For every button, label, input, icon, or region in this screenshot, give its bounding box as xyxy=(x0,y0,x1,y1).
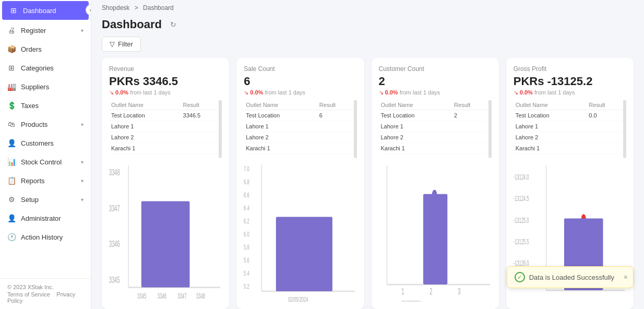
sidebar-item-dashboard[interactable]: ⊞ Dashboard xyxy=(2,1,89,20)
table-row: Karachi 1 xyxy=(514,143,626,154)
table-row: Lahore 1 xyxy=(244,121,356,132)
change-pct: 0.0% xyxy=(520,89,533,96)
filter-button[interactable]: ▽ Filter xyxy=(102,37,141,52)
customers-icon: 👤 xyxy=(7,139,16,147)
table-row: Lahore 2 xyxy=(379,132,492,143)
card-label: Gross Profit xyxy=(514,65,626,73)
orders-icon: 📦 xyxy=(7,45,16,53)
svg-text:1: 1 xyxy=(401,287,404,296)
sidebar-item-action-history[interactable]: 🕐 Action History xyxy=(0,228,91,246)
svg-text:5.2: 5.2 xyxy=(244,283,249,290)
table-row: Karachi 1 xyxy=(379,143,492,154)
svg-text:3347: 3347 xyxy=(177,292,186,300)
table-scrollbar[interactable] xyxy=(623,100,626,123)
copyright-text: © 2023 XStak Inc. xyxy=(7,284,84,290)
sidebar-item-customers[interactable]: 👤 Customers xyxy=(0,134,91,152)
card-table-wrap: Outlet Name Result Test Location2 Lahore… xyxy=(379,100,492,158)
sidebar-item-reports[interactable]: 📋 Reports ▾ xyxy=(0,171,91,190)
svg-rect-27 xyxy=(423,194,447,284)
table-scrollbar[interactable] xyxy=(488,100,492,123)
outlet-table: Outlet Name Result Test Location3346.5 L… xyxy=(109,100,222,154)
svg-text:-13125.5: -13125.5 xyxy=(514,238,529,246)
svg-text:-13125.0: -13125.0 xyxy=(514,216,529,224)
suppliers-icon: 🏭 xyxy=(7,82,16,91)
col-outlet: Outlet Name xyxy=(109,100,181,110)
col-result: Result xyxy=(587,100,626,110)
revenue-chart: 3348 3347 3346 3345 3345 3346 3347 3348 xyxy=(109,158,222,302)
sidebar-item-label: Taxes xyxy=(21,102,39,110)
toast-success-icon: ✓ xyxy=(515,272,525,282)
card-change: ↘ 0.0% from last 1 days xyxy=(109,89,222,96)
card-chart: 7.0 6.8 6.6 6.4 6.2 6.0 5.8 5.6 5.4 5.2 xyxy=(244,158,356,302)
sidebar-item-label: Customers xyxy=(21,139,54,147)
svg-text:02/05/2024: 02/05/2024 xyxy=(288,296,308,302)
table-row: Karachi 1 xyxy=(109,143,222,154)
sidebar-item-categories[interactable]: ⊞ Categories xyxy=(0,58,91,77)
svg-point-28 xyxy=(432,190,436,199)
refresh-button[interactable]: ↻ xyxy=(167,18,180,31)
sidebar: ‹› ⊞ Dashboard 🖨 Register ▾ 📦 Orders ⊞ C… xyxy=(0,0,91,309)
reports-icon: 📋 xyxy=(7,176,16,185)
page-title: Dashboard xyxy=(102,18,162,31)
svg-text:-13124.0: -13124.0 xyxy=(514,173,529,181)
outlet-table: Outlet Name Result Test Location2 Lahore… xyxy=(379,100,492,154)
sidebar-item-label: Categories xyxy=(21,64,54,72)
toolbar: ▽ Filter xyxy=(91,37,644,58)
sidebar-item-label: Action History xyxy=(21,233,63,241)
svg-text:3345: 3345 xyxy=(109,275,120,284)
sidebar-item-label: Products xyxy=(21,121,47,128)
card-value: 2 xyxy=(379,75,492,88)
table-row: Lahore 1 xyxy=(379,121,492,132)
card-value: PKRs -13125.2 xyxy=(514,75,626,88)
filter-label: Filter xyxy=(118,40,133,48)
table-row: Lahore 2 xyxy=(109,132,222,143)
trend-arrow: ↘ xyxy=(244,89,248,96)
sidebar-item-label: Suppliers xyxy=(21,83,49,91)
admin-icon: 👤 xyxy=(7,214,16,222)
card-label: Revenue xyxy=(109,65,222,73)
card-change: ↘ 0.0% from last 1 days xyxy=(379,89,492,96)
sidebar-item-label: Orders xyxy=(21,45,42,53)
breadcrumb-current: Dashboard xyxy=(143,4,174,11)
svg-text:02/05/2024: 02/05/2024 xyxy=(401,300,422,302)
sidebar-item-products[interactable]: 🛍 Products ▾ xyxy=(0,115,91,134)
sidebar-item-stock-control[interactable]: 📊 Stock Control ▾ xyxy=(0,152,91,171)
svg-text:3: 3 xyxy=(458,287,460,296)
chevron-icon: ▾ xyxy=(81,159,84,165)
svg-text:5.6: 5.6 xyxy=(244,257,249,264)
chevron-icon: ▾ xyxy=(81,122,84,127)
col-result: Result xyxy=(317,100,357,110)
sidebar-item-administrator[interactable]: 👤 Administrator xyxy=(0,209,91,228)
sidebar-nav: ⊞ Dashboard 🖨 Register ▾ 📦 Orders ⊞ Cate… xyxy=(0,0,91,246)
svg-rect-23 xyxy=(276,217,332,292)
card-table-wrap: Outlet Name Result Test Location3346.5 L… xyxy=(109,100,222,158)
table-scrollbar[interactable] xyxy=(219,100,222,123)
terms-link[interactable]: Terms of Service xyxy=(7,291,50,298)
sidebar-item-register[interactable]: 🖨 Register ▾ xyxy=(0,21,91,40)
svg-text:3347: 3347 xyxy=(109,204,120,213)
col-result: Result xyxy=(452,100,492,110)
col-outlet: Outlet Name xyxy=(379,100,452,110)
dashboard-icon: ⊞ xyxy=(9,6,18,15)
svg-text:3346: 3346 xyxy=(109,240,120,249)
table-scrollbar[interactable] xyxy=(354,100,357,123)
sidebar-item-taxes[interactable]: 💲 Taxes xyxy=(0,96,91,115)
card-label: Sale Count xyxy=(244,65,356,73)
sidebar-item-setup[interactable]: ⚙ Setup ▾ xyxy=(0,190,91,209)
page-header: Dashboard ↻ xyxy=(91,16,644,37)
table-row: Lahore 1 xyxy=(109,121,222,132)
chevron-icon: ▾ xyxy=(81,197,84,203)
sidebar-item-label: Register xyxy=(21,27,46,34)
toast-close-button[interactable]: × xyxy=(624,273,628,281)
svg-text:6.0: 6.0 xyxy=(244,231,249,237)
card-value: PKRs 3346.5 xyxy=(109,75,222,88)
sidebar-item-orders[interactable]: 📦 Orders xyxy=(0,40,91,58)
svg-text:5.4: 5.4 xyxy=(244,270,249,277)
categories-icon: ⊞ xyxy=(7,64,16,72)
svg-text:6.2: 6.2 xyxy=(244,218,249,224)
sidebar-item-suppliers[interactable]: 🏭 Suppliers xyxy=(0,77,91,96)
filter-icon: ▽ xyxy=(110,40,115,48)
change-pct: 0.0% xyxy=(250,89,263,96)
taxes-icon: 💲 xyxy=(7,101,16,110)
svg-text:-13124.5: -13124.5 xyxy=(514,195,529,203)
